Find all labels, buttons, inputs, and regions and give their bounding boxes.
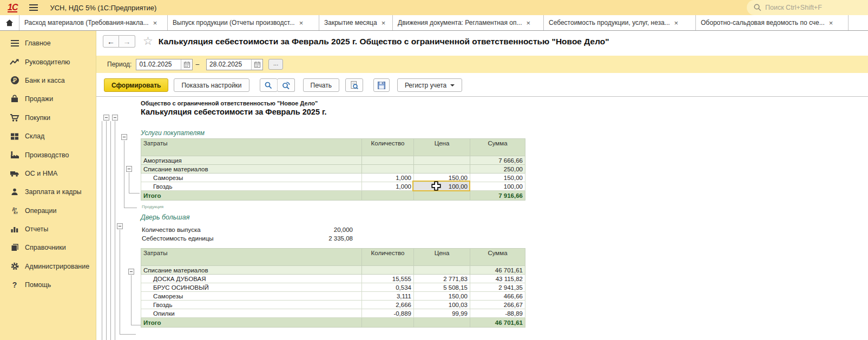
group-tree-line — [131, 325, 141, 325]
group-tree-line — [124, 141, 124, 208]
show-settings-button[interactable]: Показать настройки — [174, 78, 249, 92]
output-quantity-row: Количество выпуска 20,000 — [142, 226, 358, 233]
tab-label: Себестоимость продукции, услуг, неза... — [549, 19, 670, 26]
sidebar-item-prodazhi[interactable]: Продажи — [0, 90, 96, 108]
menu-lines-icon — [9, 38, 20, 48]
table-row[interactable]: Саморезы 3,111 150,00 466,66 — [141, 292, 525, 301]
calendar-icon[interactable] — [181, 59, 192, 70]
table-row[interactable]: Опилки -0,889 99,99 -88,89 — [141, 309, 525, 318]
home-tab[interactable] — [0, 15, 19, 30]
report-title: Калькуляция себестоимости за Февраль 202… — [141, 108, 327, 116]
sidebar-item-zarplata-i-kadry[interactable]: Зарплата и кадры — [0, 183, 96, 201]
tab-rashod-materialov[interactable]: Расход материалов (Требования-накла... × — [19, 15, 168, 30]
group-tree-line — [115, 121, 115, 340]
tab-sebestoimost[interactable]: Себестоимость продукции, услуг, неза... … — [544, 15, 696, 30]
group-collapse-button[interactable] — [112, 115, 118, 121]
main-menu-icon[interactable] — [29, 4, 38, 11]
table-row[interactable]: Саморезы 1,000 150,00 150,00 — [141, 174, 525, 182]
table-header-row: Затраты Количество Цена Сумма — [141, 139, 525, 156]
find-next-button[interactable] — [277, 78, 295, 92]
tab-label: Выпуск продукции (Отчеты производст... — [173, 19, 295, 26]
group-collapse-button[interactable] — [128, 269, 134, 275]
table-row[interactable]: ДОСКА ДУБОВАЯ 15,555 2 771,83 43 115,82 — [141, 275, 525, 283]
1c-application-window: 1С УСН, НДС 5% (1С:Предприятие) Поиск Ct… — [0, 0, 868, 340]
table-row[interactable]: Списание материалов 46 701,61 — [141, 266, 525, 275]
group-collapse-button[interactable] — [126, 166, 132, 172]
tab-bar: Расход материалов (Требования-накла... ×… — [0, 15, 868, 31]
period-panel: Период: – ... — [96, 56, 868, 73]
warehouse-icon — [9, 131, 20, 141]
sidebar-item-proizvodstvo[interactable]: Производство — [0, 145, 96, 164]
truck-icon — [9, 169, 20, 178]
sidebar-item-operacii[interactable]: ДтКт Операции — [0, 202, 96, 220]
main-content: ← → ☆ Калькуляция себестоимости за Февра… — [96, 31, 868, 340]
period-to-input[interactable] — [207, 59, 251, 70]
sidebar-item-rukovoditelyu[interactable]: Руководителю — [0, 52, 96, 71]
home-icon — [5, 18, 14, 28]
print-preview-button[interactable] — [345, 78, 363, 92]
period-from-input[interactable] — [136, 59, 181, 70]
group-collapse-button[interactable] — [121, 134, 127, 140]
save-button[interactable] — [373, 78, 390, 92]
period-from-field[interactable] — [136, 59, 193, 70]
period-dash: – — [195, 61, 199, 68]
section-sidebar: Главное Руководителю Р Банк и касса Прод… — [0, 31, 96, 340]
close-icon[interactable]: × — [153, 19, 157, 27]
register-menu-button[interactable]: Регистр учета — [397, 78, 462, 92]
back-button[interactable]: ← — [103, 35, 119, 48]
selected-cell[interactable]: 100,00 — [414, 182, 470, 191]
sidebar-item-pokupki[interactable]: Покупки — [0, 109, 96, 127]
group-tree-line — [102, 121, 102, 340]
forward-button[interactable]: → — [119, 35, 135, 48]
calendar-icon[interactable] — [251, 59, 262, 70]
tab-dvizheniya-dokumenta[interactable]: Движения документа: Регламентная оп... × — [393, 15, 544, 30]
table-total-row[interactable]: Итого 46 701,61 — [141, 318, 525, 328]
period-more-button[interactable]: ... — [268, 59, 283, 70]
sidebar-item-otchety[interactable]: Отчеты — [0, 220, 96, 238]
tab-label: Оборотно-сальдовая ведомость по сче... — [701, 19, 825, 26]
search-icon — [264, 81, 273, 90]
print-button[interactable]: Печать — [303, 78, 339, 92]
group-tree-line — [120, 230, 120, 334]
favorite-star-icon[interactable]: ☆ — [143, 36, 153, 47]
period-to-field[interactable] — [206, 59, 263, 70]
group-collapse-button[interactable] — [103, 115, 109, 121]
product-kind-label: Продукция — [142, 204, 163, 209]
tab-oborotno-saldovaya[interactable]: Оборотно-сальдовая ведомость по сче... × — [696, 15, 849, 30]
group-collapse-button[interactable] — [117, 223, 123, 229]
table-row[interactable]: Гвоздь 1,000 100,00 100,00 — [141, 182, 525, 191]
find-button[interactable] — [260, 78, 278, 92]
close-icon[interactable]: × — [299, 19, 304, 27]
chevron-down-icon — [450, 84, 455, 86]
tab-label: Закрытие месяца — [324, 19, 377, 26]
tab-zakrytie-mesyaca[interactable]: Закрытие месяца × — [319, 15, 393, 30]
table-row[interactable]: Амортизация 7 666,66 — [141, 156, 525, 165]
group-tree-line — [129, 172, 129, 193]
table-total-row[interactable]: Итого 7 916,66 — [141, 191, 525, 201]
table-row[interactable]: Списание материалов 250,00 — [141, 165, 525, 174]
sidebar-item-administrirovanie[interactable]: Администрирование — [0, 257, 96, 276]
tab-vypusk-produkcii[interactable]: Выпуск продукции (Отчеты производст... × — [168, 15, 319, 30]
group-tree-line — [124, 208, 137, 208]
close-icon[interactable]: × — [829, 19, 833, 27]
sidebar-item-glavnoe[interactable]: Главное — [0, 34, 96, 52]
sidebar-item-pomosch[interactable]: ? Помощь — [0, 276, 96, 294]
close-icon[interactable]: × — [382, 19, 386, 27]
sidebar-item-spravochniki[interactable]: Справочники — [0, 238, 96, 257]
group-tree-line — [110, 121, 111, 340]
svg-text:Р: Р — [13, 77, 17, 83]
sidebar-item-sklad[interactable]: Склад — [0, 127, 96, 145]
books-icon — [9, 243, 20, 252]
table-row[interactable]: Гвоздь 2,666 100,03 266,67 — [141, 301, 525, 309]
close-icon[interactable]: × — [674, 19, 679, 27]
product-cost-table: Затраты Количество Цена Сумма Списание м… — [141, 248, 525, 328]
unit-cost-row: Себестоимость единицы 2 335,08 — [142, 235, 358, 242]
gear-icon — [9, 262, 20, 271]
search-icon — [753, 3, 762, 12]
sidebar-item-os-i-nma[interactable]: ОС и НМА — [0, 164, 96, 183]
generate-button[interactable]: Сформировать — [104, 78, 168, 92]
global-search-input[interactable]: Поиск Ctrl+Shift+F — [747, 0, 868, 15]
close-icon[interactable]: × — [527, 19, 531, 27]
sidebar-item-bank-i-kassa[interactable]: Р Банк и касса — [0, 71, 96, 90]
table-row[interactable]: БРУС ОСИНОВЫЙ 0,534 5 508,15 2 941,35 — [141, 283, 525, 292]
